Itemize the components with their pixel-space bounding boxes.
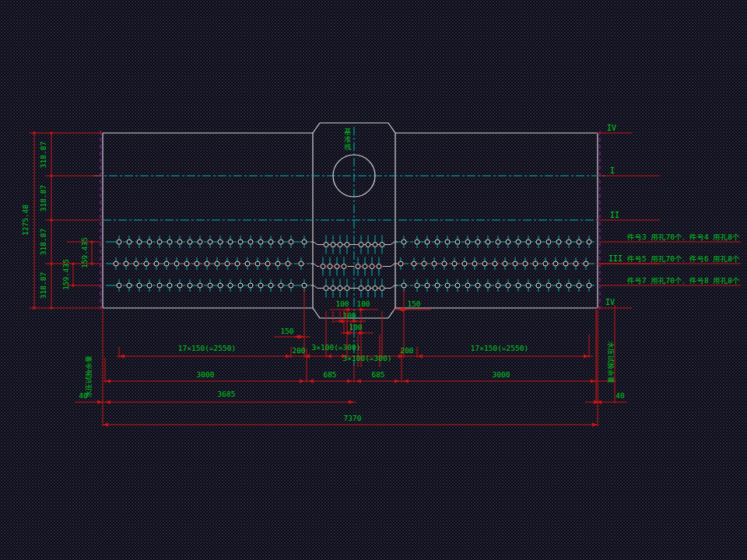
dimension-label: 150 [407, 299, 420, 308]
bolt-hole [286, 261, 290, 266]
bolt-hole [455, 283, 460, 288]
bolt-hole [584, 261, 588, 266]
bolt-hole [228, 283, 233, 288]
bolt-hole [566, 283, 571, 288]
row-jog-line [388, 285, 398, 289]
dim-arrow [356, 380, 361, 383]
margin-note-right: 水压试验余量 [607, 341, 615, 383]
dim-tick [51, 175, 53, 177]
bolt-hole [218, 283, 223, 288]
bolt-hole [556, 240, 561, 244]
bolt-hole [566, 240, 571, 244]
bolt-hole [425, 283, 430, 288]
bolt-hole [205, 261, 209, 266]
bolt-hole [338, 243, 342, 247]
bolt-hole [366, 243, 370, 247]
bolt-hole [157, 240, 162, 244]
dim-arrow [403, 380, 409, 383]
dim-arrow [105, 380, 110, 383]
dimension-label: 3×100(=300) [312, 343, 361, 352]
bolt-hole [506, 283, 510, 288]
splice-plate-chamfer [388, 123, 395, 133]
dim-tick [72, 263, 75, 265]
bolt-hole [228, 240, 233, 244]
dim-arrow [119, 355, 124, 359]
bolt-hole [435, 240, 440, 244]
bolt-hole [167, 283, 172, 288]
bolt-hole [377, 264, 381, 269]
bolt-hole [475, 283, 480, 288]
section-label: IV [605, 298, 615, 306]
bolt-hole [255, 261, 260, 266]
bolt-hole [462, 261, 467, 266]
dim-tick [91, 263, 93, 265]
bolt-hole [373, 243, 377, 247]
bolt-hole [279, 240, 283, 244]
bolt-hole [587, 283, 591, 288]
dim-tick [33, 307, 36, 310]
bolt-hole [147, 240, 152, 244]
bolt-hole [188, 240, 192, 244]
dimension-label: 3685 [218, 390, 236, 398]
bolt-hole [127, 240, 132, 244]
row-jog-line [310, 285, 321, 289]
dim-tick [91, 241, 93, 243]
bolt-hole [412, 261, 416, 266]
bolt-hole [324, 243, 328, 247]
dimension-label: 200 [292, 346, 305, 355]
bolt-hole [482, 261, 487, 266]
bolt-hole [503, 261, 507, 266]
bolt-hole [475, 240, 480, 244]
bolt-hole [402, 283, 406, 288]
bolt-hole [370, 264, 374, 269]
bolt-hole [137, 283, 142, 288]
bolt-hole [218, 240, 223, 244]
dim-tick [51, 219, 53, 222]
bolt-hole [432, 261, 437, 266]
bolt-hole [536, 240, 541, 244]
bolt-hole [302, 240, 307, 244]
dimension-label: 318.87 [39, 142, 47, 168]
dimension-label: 17×150(=2550) [178, 344, 236, 352]
dimension-label: 100 [335, 299, 349, 308]
bolt-hole [215, 261, 219, 266]
row-jog-line [310, 242, 321, 245]
bolt-hole [516, 240, 521, 244]
part-note: 件号3 用孔70个、件号4 用孔8个 [626, 233, 740, 241]
bolt-hole [331, 243, 335, 247]
dim-arrow [591, 380, 596, 383]
dim-arrow [584, 355, 589, 359]
dim-arrow [359, 308, 365, 312]
dim-tick [51, 307, 53, 310]
bolt-hole [177, 283, 182, 288]
bolt-hole [546, 283, 551, 288]
dim-arrow [308, 380, 314, 383]
bolt-hole [137, 240, 142, 244]
bolt-hole [245, 261, 250, 266]
dimension-label: 1275.48 [21, 205, 30, 236]
bolt-hole [238, 283, 243, 288]
dim-arrow [326, 355, 331, 359]
bolt-hole [235, 261, 240, 266]
bolt-hole [265, 261, 270, 266]
dim-arrow [299, 335, 304, 339]
dimension-label: 200 [400, 346, 413, 355]
dim-arrow [300, 380, 305, 383]
dimension-label: 17×150(=2550) [471, 344, 528, 352]
dim-arrow [347, 380, 352, 383]
bolt-hole [321, 264, 325, 269]
bolt-hole [563, 261, 568, 266]
bolt-hole [366, 286, 370, 291]
bolt-hole [553, 261, 558, 266]
bolt-hole [359, 286, 363, 291]
dimension-label: 159.435 [80, 237, 89, 268]
bolt-hole [486, 283, 490, 288]
bolt-hole [238, 240, 243, 244]
dimension-label: 7370 [344, 414, 362, 422]
bolt-hole [402, 240, 406, 244]
bolt-hole [472, 261, 477, 266]
dimension-label: 3000 [493, 370, 510, 379]
bolt-hole [526, 240, 531, 244]
dim-arrow [105, 401, 110, 404]
bolt-hole [415, 283, 419, 288]
